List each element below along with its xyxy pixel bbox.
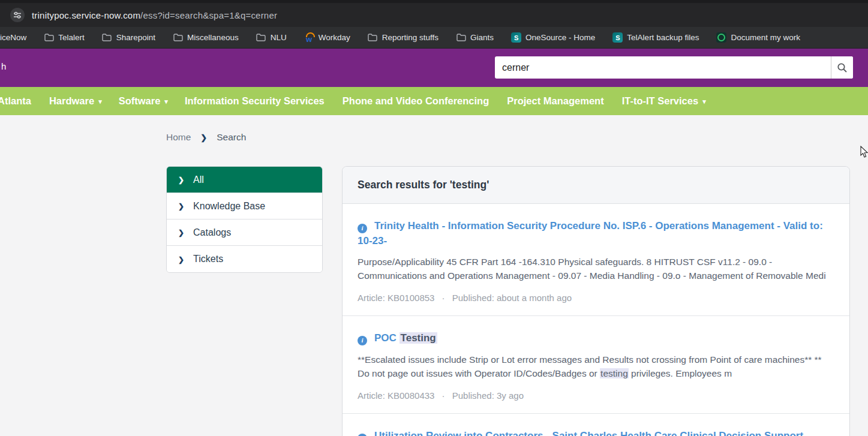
- nav-item-label: Information Security Services: [185, 95, 325, 107]
- breadcrumb-current: Search: [217, 132, 246, 143]
- bookmark-label: Giants: [470, 33, 494, 42]
- result-published: Published: 3y ago: [452, 390, 524, 401]
- folder-icon: [456, 32, 466, 43]
- nav-item[interactable]: Phone and Video Conferencing ▾: [343, 95, 489, 107]
- sharepoint-icon: S: [511, 32, 521, 43]
- folder-icon: [256, 32, 266, 43]
- results-header: Search results for 'testing': [343, 167, 849, 204]
- chevron-right-icon: ❯: [178, 176, 184, 184]
- portal-nav: Atlanta ▾ Hardware ▾ Software ▾ Informat…: [0, 87, 868, 115]
- result-title-link[interactable]: iTrinity Health - Information Security P…: [358, 219, 834, 248]
- bookmark-label: NLU: [271, 33, 287, 42]
- nav-item-label: Phone and Video Conferencing: [343, 95, 489, 107]
- nav-item-label: Hardware: [49, 95, 94, 107]
- result-item: iTrinity Health - Information Security P…: [343, 204, 849, 316]
- bookmark-item[interactable]: iceNow: [0, 33, 26, 42]
- folder-icon: [44, 32, 54, 43]
- bookmark-item[interactable]: Document my work: [716, 32, 800, 43]
- magnifier-icon: [837, 62, 848, 73]
- bookmark-label: Sharepoint: [116, 33, 155, 42]
- breadcrumb: Home ❯ Search: [166, 132, 246, 143]
- chevron-right-icon: ❯: [178, 228, 184, 237]
- bookmark-item[interactable]: Sharepoint: [102, 32, 155, 43]
- facet-label: Catalogs: [193, 227, 231, 238]
- nav-item-label: Project Management: [507, 95, 603, 107]
- bookmark-item[interactable]: Giants: [456, 32, 494, 43]
- site-settings-icon[interactable]: [10, 8, 25, 22]
- nav-item[interactable]: Hardware ▾: [49, 95, 102, 107]
- bookmark-label: Miscellaneous: [187, 33, 239, 42]
- result-published: Published: about a month ago: [452, 293, 572, 303]
- chevron-right-icon: ❯: [200, 133, 207, 142]
- bookmarks-bar: iceNow Telalert Sharepoint Miscellaneous…: [0, 27, 868, 49]
- result-meta: Article: KB0080433 · Published: 3y ago: [358, 390, 834, 401]
- bookmark-item[interactable]: S OneSource - Home: [511, 32, 595, 43]
- facet-label: Tickets: [193, 254, 223, 264]
- chevron-down-icon: ▾: [98, 98, 102, 106]
- bookmark-label: Telalert: [58, 33, 85, 42]
- folder-icon: [173, 32, 183, 43]
- bookmark-item[interactable]: Reporting stuffs: [368, 32, 438, 43]
- info-icon: i: [358, 336, 367, 345]
- search-results-panel: Search results for 'testing' iTrinity He…: [342, 166, 850, 436]
- chevron-down-icon: ▾: [702, 98, 706, 106]
- sharepoint-icon: S: [612, 32, 623, 43]
- result-article-number: Article: KB0080433: [358, 390, 434, 401]
- search-input[interactable]: [495, 56, 831, 79]
- info-icon: i: [358, 434, 367, 436]
- folder-icon: [368, 32, 378, 43]
- url-field[interactable]: trinitypoc.service-now.com/ess?id=search…: [32, 10, 277, 20]
- bookmark-label: Reporting stuffs: [382, 33, 438, 42]
- nav-item-label: Software: [119, 95, 161, 107]
- folder-icon: [102, 32, 112, 43]
- nav-item[interactable]: IT-to-IT Services ▾: [622, 95, 706, 107]
- bookmark-label: Document my work: [731, 33, 800, 42]
- bookmark-item[interactable]: Miscellaneous: [173, 32, 239, 43]
- chevron-right-icon: ❯: [178, 255, 184, 264]
- bookmark-item[interactable]: w Workday: [304, 32, 350, 43]
- url-domain: trinitypoc.service-now.com: [32, 10, 140, 20]
- portal-header: h: [0, 49, 868, 87]
- facet-label: All: [193, 175, 204, 185]
- mouse-cursor: [860, 146, 868, 161]
- nav-item[interactable]: Project Management ▾: [507, 95, 603, 107]
- chevron-down-icon: ▾: [164, 98, 168, 106]
- info-icon: i: [358, 224, 367, 233]
- result-meta: Article: KB0100853 · Published: about a …: [358, 293, 834, 303]
- nav-item[interactable]: Software ▾: [119, 95, 168, 107]
- result-article-number: Article: KB0100853: [358, 293, 434, 303]
- facet-item-all[interactable]: ❯ All: [167, 167, 322, 193]
- bookmark-item[interactable]: Telalert: [44, 32, 85, 43]
- bookmark-label: OneSource - Home: [525, 33, 595, 42]
- document-app-icon: [716, 32, 726, 43]
- nav-item-label: IT-to-IT Services: [622, 95, 698, 107]
- bookmark-label: iceNow: [0, 33, 26, 42]
- facet-item-catalogs[interactable]: ❯ Catalogs: [167, 219, 322, 246]
- header-left-fragment: h: [1, 61, 6, 71]
- search-button[interactable]: [831, 56, 853, 79]
- facet-item-tickets[interactable]: ❯ Tickets: [167, 246, 322, 272]
- facet-label: Knowledge Base: [193, 201, 265, 212]
- facet-sidebar: ❯ All ❯ Knowledge Base ❯ Catalogs ❯ Tick…: [166, 166, 323, 273]
- facet-item-knowledge-base[interactable]: ❯ Knowledge Base: [167, 193, 322, 219]
- result-title-link[interactable]: iPOC Testing: [358, 331, 834, 346]
- nav-item-label: Atlanta: [0, 95, 31, 107]
- portal-search: [495, 56, 853, 79]
- nav-item[interactable]: Information Security Services ▾: [185, 95, 325, 107]
- result-item: iPOC Testing **Escalated issues include …: [343, 316, 849, 414]
- meta-separator: ·: [442, 390, 445, 401]
- meta-separator: ·: [442, 293, 445, 303]
- nav-item[interactable]: Atlanta ▾: [0, 95, 31, 107]
- breadcrumb-home[interactable]: Home: [166, 132, 191, 143]
- bookmark-label: TelAlert backup files: [627, 33, 699, 42]
- bookmark-label: Workday: [319, 33, 350, 42]
- result-snippet: **Escalated issues include Strip or Lot …: [358, 353, 834, 381]
- workday-icon: w: [304, 32, 314, 43]
- result-item: iUtilization Review into Contractors - S…: [343, 414, 849, 436]
- bookmark-item[interactable]: NLU: [256, 32, 287, 43]
- chevron-right-icon: ❯: [178, 202, 184, 211]
- browser-address-bar: trinitypoc.service-now.com/ess?id=search…: [0, 0, 868, 27]
- result-title-link[interactable]: iUtilization Review into Contractors - S…: [358, 429, 834, 436]
- results-list: iTrinity Health - Information Security P…: [343, 204, 849, 436]
- bookmark-item[interactable]: S TelAlert backup files: [612, 32, 699, 43]
